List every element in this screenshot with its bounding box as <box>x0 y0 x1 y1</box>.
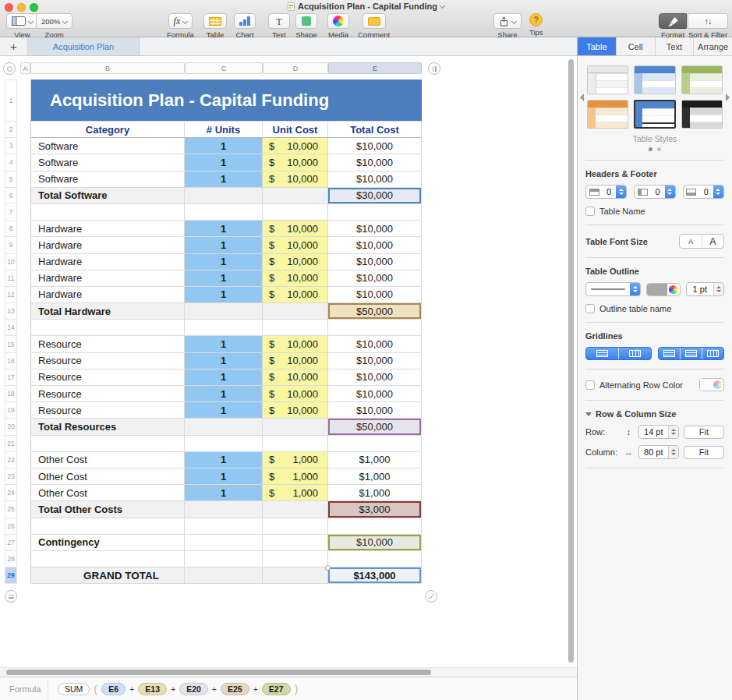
cell-E20[interactable]: $50,000 <box>328 419 422 435</box>
cell-B14[interactable] <box>30 320 185 336</box>
row-number-2[interactable]: 2 <box>5 122 17 138</box>
cell-E10[interactable]: $10,000 <box>328 254 422 270</box>
cell-C12[interactable]: 1 <box>185 287 263 303</box>
row-number-29[interactable]: 29 <box>5 567 17 584</box>
tab-text[interactable]: Text <box>656 37 695 55</box>
cell-D5[interactable]: $10,000 <box>263 171 328 188</box>
cell-B25[interactable]: Total Other Costs <box>30 501 185 518</box>
column-width-field[interactable]: 80 pt <box>638 445 679 459</box>
row-number-11[interactable]: 11 <box>5 270 17 287</box>
outline-color-well[interactable] <box>646 283 680 296</box>
cell-B10[interactable]: Hardware <box>30 254 185 270</box>
cell-E9[interactable]: $10,000 <box>328 237 422 253</box>
cell-D23[interactable]: $1,000 <box>263 468 328 485</box>
row-number-8[interactable]: 8 <box>5 221 17 237</box>
tab-table[interactable]: Table <box>578 37 617 55</box>
selection-handle[interactable] <box>325 565 331 571</box>
tab-arrange[interactable]: Arrange <box>694 37 732 55</box>
cell-E26[interactable] <box>328 518 422 535</box>
cell-B3[interactable]: Software <box>30 138 185 154</box>
cell-E19[interactable]: $10,000 <box>328 402 422 419</box>
cell-D9[interactable]: $10,000 <box>263 237 328 253</box>
cell-B26[interactable] <box>30 518 185 535</box>
zoom-button[interactable]: 200% <box>36 13 72 29</box>
row-number-19[interactable]: 19 <box>5 402 17 419</box>
cell-D14[interactable] <box>263 320 328 336</box>
cell-D4[interactable]: $10,000 <box>263 154 328 171</box>
column-header-C[interactable]: C <box>185 62 263 74</box>
formula-operator[interactable]: + <box>170 683 176 695</box>
horizontal-scrollbar[interactable] <box>0 667 577 677</box>
row-number-15[interactable]: 15 <box>5 336 17 352</box>
cell-D13[interactable] <box>263 303 328 320</box>
cell-E28[interactable] <box>328 551 422 567</box>
outline-width-field[interactable]: 1 pt <box>686 282 724 296</box>
cell-E23[interactable]: $1,000 <box>328 468 422 485</box>
cell-B24[interactable]: Other Cost <box>30 485 185 501</box>
header-cell-total-cost[interactable]: Total Cost <box>328 122 422 138</box>
row-number-23[interactable]: 23 <box>5 468 17 485</box>
table-name-checkbox[interactable] <box>585 207 595 216</box>
row-column-size-header[interactable]: Row & Column Size <box>585 409 724 419</box>
row-number-12[interactable]: 12 <box>5 287 17 303</box>
cell-E13[interactable]: $50,000 <box>328 303 422 320</box>
cell-B29[interactable]: GRAND TOTAL <box>30 567 185 584</box>
table-style-green[interactable] <box>681 65 723 94</box>
formula-button[interactable]: fx <box>168 13 193 29</box>
cell-C28[interactable] <box>185 551 263 567</box>
cell-C5[interactable]: 1 <box>185 171 263 188</box>
cell-D25[interactable] <box>263 501 328 518</box>
outline-table-name-checkbox[interactable] <box>585 304 595 313</box>
cell-E11[interactable]: $10,000 <box>328 270 422 287</box>
cell-E16[interactable]: $10,000 <box>328 353 422 369</box>
insert-chart-button[interactable] <box>234 13 256 29</box>
cell-B18[interactable]: Resource <box>30 386 185 402</box>
formula-function-token[interactable]: SUM <box>58 683 90 695</box>
header-cell--units[interactable]: # Units <box>185 122 263 138</box>
tab-acquisition-plan[interactable]: Acquisition Plan <box>28 37 140 55</box>
page-dot-active[interactable] <box>649 147 652 151</box>
styles-prev-arrow[interactable] <box>580 94 584 101</box>
row-number-22[interactable]: 22 <box>5 452 17 468</box>
cell-B19[interactable]: Resource <box>30 402 185 419</box>
row-number-27[interactable]: 27 <box>5 535 17 551</box>
cell-D20[interactable] <box>263 419 328 435</box>
header-column-lines-button[interactable] <box>659 348 680 359</box>
decrease-font-button[interactable]: A <box>680 235 702 248</box>
cell-D8[interactable]: $10,000 <box>263 221 328 237</box>
cell-E5[interactable]: $10,000 <box>328 171 422 188</box>
cell-E21[interactable] <box>328 436 422 452</box>
page-dot[interactable] <box>657 147 661 151</box>
cell-C17[interactable]: 1 <box>185 369 263 386</box>
table-style-black[interactable] <box>681 100 723 129</box>
stepper-arrows[interactable] <box>616 186 626 198</box>
header-cell-category[interactable]: Category <box>30 122 185 138</box>
row-number-1[interactable]: 1 <box>5 80 17 122</box>
row-number-10[interactable]: 10 <box>5 254 17 270</box>
insert-text-button[interactable]: T <box>268 13 290 29</box>
cell-B21[interactable] <box>30 436 185 452</box>
cell-D22[interactable]: $1,000 <box>263 452 328 468</box>
header-cell-unit-cost[interactable]: Unit Cost <box>263 122 328 138</box>
cell-B8[interactable]: Hardware <box>30 221 185 237</box>
cell-C19[interactable]: 1 <box>185 402 263 419</box>
cell-E17[interactable]: $10,000 <box>328 369 422 386</box>
formula-operator[interactable]: + <box>129 683 135 695</box>
table-title-cell[interactable]: Acquisition Plan - Capital Funding <box>30 80 422 122</box>
cell-E22[interactable]: $1,000 <box>328 452 422 468</box>
row-number-26[interactable]: 26 <box>5 518 17 535</box>
column-header-B[interactable]: B <box>30 62 185 74</box>
cell-B23[interactable]: Other Cost <box>30 468 185 485</box>
cell-E4[interactable]: $10,000 <box>328 154 422 171</box>
cell-D19[interactable]: $10,000 <box>263 402 328 419</box>
cell-C13[interactable] <box>185 303 263 320</box>
alternating-row-color-checkbox[interactable] <box>585 380 595 390</box>
cell-C15[interactable]: 1 <box>185 336 263 352</box>
row-number-16[interactable]: 16 <box>5 353 17 369</box>
select-all-handle[interactable] <box>3 62 16 75</box>
cell-D21[interactable] <box>263 436 328 452</box>
cell-E15[interactable]: $10,000 <box>328 336 422 352</box>
cell-E24[interactable]: $1,000 <box>328 485 422 501</box>
cell-D15[interactable]: $10,000 <box>263 336 328 352</box>
cell-E7[interactable] <box>328 204 422 221</box>
